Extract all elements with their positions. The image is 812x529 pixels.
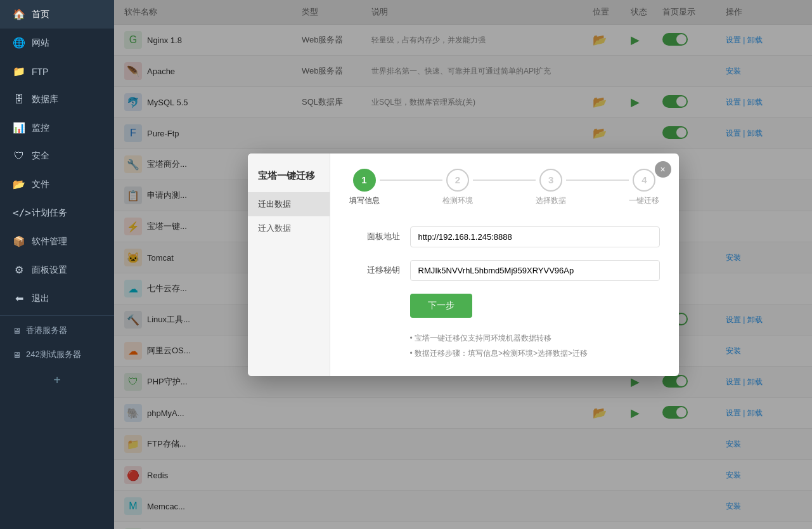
migration-key-label: 迁移秘钥 — [349, 264, 400, 276]
sidebar-item-security[interactable]: 🛡 安全 — [0, 142, 114, 170]
sidebar-server-2[interactable]: 🖥 242测试服务器 — [0, 343, 114, 367]
sidebar-item-database-label: 数据库 — [32, 94, 58, 105]
migration-modal: × 宝塔一键迁移 迁出数据 迁入数据 1 填写信息 2 检 — [248, 153, 679, 376]
website-icon: 🌐 — [13, 37, 25, 49]
migration-notes: 宝塔一键迁移仅支持同环境机器数据转移 数据迁移步骤：填写信息>检测环境>选择数据… — [410, 330, 660, 361]
sidebar-item-cron-label: 计划任务 — [32, 207, 67, 219]
sidebar-item-cron[interactable]: </> 计划任务 — [0, 199, 114, 227]
migration-key-row: 迁移秘钥 — [349, 260, 660, 281]
migration-key-input[interactable] — [410, 260, 660, 281]
panel-address-label: 面板地址 — [349, 231, 400, 242]
ftp-icon: 📁 — [13, 65, 25, 77]
next-step-button[interactable]: 下一步 — [410, 294, 472, 318]
add-server-button[interactable]: + — [0, 367, 114, 394]
sidebar-server-1[interactable]: 🖥 香港服务器 — [0, 318, 114, 343]
step-line-3 — [566, 180, 629, 181]
monitor-icon: 📊 — [13, 122, 25, 134]
sidebar-item-website-label: 网站 — [32, 37, 49, 49]
sidebar-item-ftp[interactable]: 📁 FTP — [0, 57, 114, 86]
software-icon-nav: 📦 — [13, 235, 25, 247]
sidebar-item-software-label: 软件管理 — [32, 236, 67, 247]
sidebar-item-logout-label: 退出 — [32, 293, 49, 304]
main-content: 软件名称 类型 说明 位置 状态 首页显示 操作 GNginx 1.8Web服务… — [114, 0, 812, 529]
sidebar-item-logout[interactable]: ⬅ 退出 — [0, 284, 114, 313]
sidebar-divider — [0, 315, 114, 316]
sidebar-item-database[interactable]: 🗄 数据库 — [0, 86, 114, 114]
home-icon: 🏠 — [13, 8, 25, 20]
note-1: 宝塔一键迁移仅支持同环境机器数据转移 — [410, 330, 660, 346]
modal-export-tab[interactable]: 迁出数据 — [248, 192, 330, 216]
step-2-label: 检测环境 — [442, 195, 473, 206]
step-3-label: 选择数据 — [536, 195, 566, 206]
step-2: 2 检测环境 — [442, 169, 473, 206]
sidebar-item-monitor-label: 监控 — [32, 122, 49, 134]
sidebar-item-home-label: 首页 — [32, 9, 49, 20]
step-4: 4 一键迁移 — [629, 169, 659, 206]
sidebar-item-panel-label: 面板设置 — [32, 264, 67, 276]
files-icon: 📂 — [13, 178, 25, 190]
modal-title: 宝塔一键迁移 — [248, 164, 330, 192]
sidebar-server-2-label: 242测试服务器 — [26, 349, 81, 360]
sidebar-item-files-label: 文件 — [32, 179, 49, 190]
modal-close-button[interactable]: × — [655, 161, 671, 178]
step-3-circle: 3 — [539, 169, 562, 192]
note-2: 数据迁移步骤：填写信息>检测环境>选择数据>迁移 — [410, 346, 660, 361]
sidebar-server-1-label: 香港服务器 — [26, 325, 67, 336]
step-3: 3 选择数据 — [536, 169, 566, 206]
panel-icon: ⚙ — [13, 264, 25, 276]
logout-icon: ⬅ — [13, 292, 25, 304]
step-4-circle: 4 — [633, 169, 655, 192]
step-2-circle: 2 — [446, 169, 469, 192]
step-4-label: 一键迁移 — [629, 195, 659, 206]
panel-address-row: 面板地址 — [349, 226, 660, 247]
sidebar-item-security-label: 安全 — [32, 150, 49, 162]
sidebar-item-home[interactable]: 🏠 首页 — [0, 0, 114, 29]
step-1-label: 填写信息 — [349, 195, 380, 206]
modal-body: 1 填写信息 2 检测环境 3 选择数据 4 — [330, 153, 679, 376]
step-1: 1 填写信息 — [349, 169, 380, 206]
sidebar: 🏠 首页 🌐 网站 📁 FTP 🗄 数据库 📊 监控 🛡 安全 📂 文件 </>… — [0, 0, 114, 529]
sidebar-item-ftp-label: FTP — [32, 67, 48, 77]
sidebar-item-files[interactable]: 📂 文件 — [0, 170, 114, 199]
server1-icon: 🖥 — [13, 326, 21, 336]
sidebar-item-website[interactable]: 🌐 网站 — [0, 29, 114, 57]
step-1-circle: 1 — [353, 169, 376, 192]
modal-sidebar: 宝塔一键迁移 迁出数据 迁入数据 — [248, 153, 330, 376]
modal-overlay[interactable]: × 宝塔一键迁移 迁出数据 迁入数据 1 填写信息 2 检 — [114, 0, 812, 529]
steps-indicator: 1 填写信息 2 检测环境 3 选择数据 4 — [349, 169, 660, 206]
plus-icon: + — [53, 373, 61, 388]
step-line-1 — [380, 180, 442, 181]
sidebar-item-monitor[interactable]: 📊 监控 — [0, 114, 114, 142]
cron-icon: </> — [13, 207, 25, 219]
database-icon: 🗄 — [13, 94, 25, 105]
step-line-2 — [473, 180, 536, 181]
sidebar-item-software[interactable]: 📦 软件管理 — [0, 227, 114, 256]
panel-address-input[interactable] — [410, 226, 660, 247]
sidebar-item-panel[interactable]: ⚙ 面板设置 — [0, 256, 114, 284]
security-icon: 🛡 — [13, 150, 25, 162]
server2-icon: 🖥 — [13, 350, 21, 360]
modal-import-tab[interactable]: 迁入数据 — [248, 216, 330, 240]
